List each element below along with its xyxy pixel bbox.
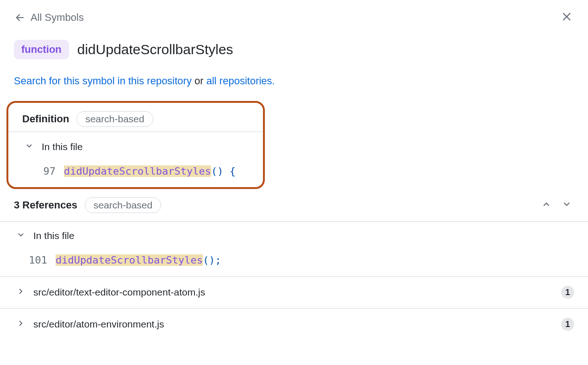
definition-badge: search-based (76, 111, 153, 127)
reference-code-line[interactable]: 101 didUpdateScrollbarStyles(); (0, 249, 588, 276)
chevron-right-icon (17, 287, 25, 298)
search-symbol-line: Search for this symbol in this repositor… (0, 71, 588, 101)
definition-code-symbol: didUpdateScrollbarStyles (64, 165, 211, 177)
chevron-down-icon (25, 141, 33, 152)
references-badge: search-based (85, 197, 161, 213)
definition-title: Definition (22, 113, 69, 125)
references-title: 3 References (14, 199, 77, 211)
reference-line-number: 101 (21, 254, 47, 266)
definition-code-brace: { (223, 165, 236, 177)
symbol-name: didUpdateScrollbarStyles (77, 42, 233, 57)
reference-file-row[interactable]: src/editor/text-editor-component-atom.js… (0, 276, 588, 308)
back-label: All Symbols (31, 12, 84, 24)
reference-file-row[interactable]: src/editor/atom-environment.js 1 (0, 308, 588, 340)
definition-code: didUpdateScrollbarStyles() { (64, 165, 236, 177)
references-prev-button[interactable] (542, 200, 551, 211)
symbol-title-row: function didUpdateScrollbarStyles (0, 31, 588, 71)
reference-code-symbol: didUpdateScrollbarStyles (56, 254, 203, 266)
references-section-header: 3 References search-based (0, 189, 588, 222)
back-to-all-symbols[interactable]: All Symbols (15, 12, 84, 24)
header-row: All Symbols (0, 0, 588, 31)
references-file-label: In this file (33, 230, 75, 241)
definition-code-line[interactable]: 97 didUpdateScrollbarStyles() { (8, 160, 263, 187)
definition-file-label: In this file (42, 141, 83, 152)
symbol-panel: All Symbols function didUpdateScrollbarS… (0, 0, 588, 340)
reference-code: didUpdateScrollbarStyles(); (56, 254, 221, 266)
reference-file-path: src/editor/text-editor-component-atom.js (33, 287, 553, 298)
chevron-right-icon (17, 319, 25, 330)
reference-file-path: src/editor/atom-environment.js (33, 319, 553, 330)
search-or-text: or (192, 75, 206, 87)
chevron-up-icon (542, 202, 551, 210)
reference-count-badge: 1 (561, 318, 574, 331)
close-icon (561, 16, 572, 24)
references-file-toggle[interactable]: In this file (0, 222, 588, 249)
reference-count-badge: 1 (561, 286, 574, 299)
definition-section-header: Definition search-based (8, 103, 263, 132)
search-this-repo-link[interactable]: Search for this symbol in this repositor… (14, 75, 192, 87)
references-next-button[interactable] (562, 200, 571, 211)
arrow-left-icon (15, 13, 25, 23)
definition-line-number: 97 (30, 165, 56, 177)
definition-code-parens: () (211, 165, 224, 177)
chevron-down-icon (562, 202, 571, 210)
definition-file-toggle[interactable]: In this file (8, 132, 263, 160)
chevron-down-icon (17, 230, 25, 241)
definition-highlight-box: Definition search-based In this file 97 … (6, 101, 265, 189)
close-button[interactable] (559, 9, 574, 26)
search-all-repos-link[interactable]: all repositories. (206, 75, 275, 87)
reference-code-tail: (); (203, 254, 221, 266)
references-nav (542, 200, 571, 211)
symbol-kind-badge: function (14, 40, 69, 59)
